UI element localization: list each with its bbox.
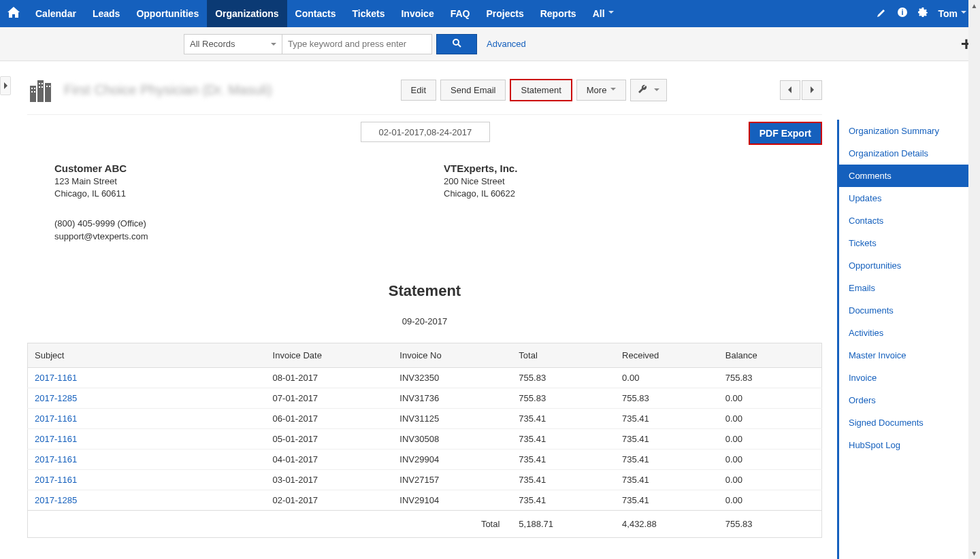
invoice-subject-link[interactable]: 2017-1161 [35, 413, 77, 424]
nav-item-projects[interactable]: Projects [478, 0, 532, 27]
svg-rect-7 [31, 88, 33, 89]
sidebar-item-tickets[interactable]: Tickets [839, 232, 980, 254]
home-icon[interactable] [0, 7, 27, 21]
more-button[interactable]: More [576, 80, 627, 101]
cell-no: INV30508 [393, 428, 512, 449]
cell-no: INV27157 [393, 469, 512, 490]
gear-icon[interactable] [917, 7, 928, 20]
scroll-up-icon[interactable]: ▲ [968, 0, 980, 12]
nav-item-opportunities[interactable]: Opportunities [128, 0, 207, 27]
invoice-subject-link[interactable]: 2017-1161 [35, 454, 77, 464]
scroll-down-icon[interactable]: ▼ [968, 547, 980, 559]
nav-item-leads[interactable]: Leads [84, 0, 128, 27]
nav-item-reports[interactable]: Reports [532, 0, 585, 27]
sidebar-item-comments[interactable]: Comments [839, 165, 980, 187]
detail-sidebar: Organization SummaryOrganization Details… [837, 120, 980, 559]
customer-email: support@vtexperts.com [54, 231, 822, 243]
nav-item-all[interactable]: All [585, 0, 622, 27]
cell-balance: 0.00 [719, 428, 822, 449]
statement-button[interactable]: Statement [510, 79, 572, 101]
cell-date: 08-01-2017 [266, 367, 393, 388]
info-icon[interactable]: i [897, 7, 908, 20]
nav-item-organizations[interactable]: Organizations [207, 0, 287, 27]
grand-received: 4,432.88 [615, 510, 719, 537]
sidebar-item-invoice[interactable]: Invoice [839, 367, 980, 389]
edit-button[interactable]: Edit [401, 80, 436, 101]
cell-date: 05-01-2017 [266, 428, 393, 449]
svg-rect-13 [39, 86, 40, 88]
company-name: VTExperts, Inc. [444, 161, 517, 175]
sidebar-item-orders[interactable]: Orders [839, 389, 980, 411]
sidebar-item-activities[interactable]: Activities [839, 322, 980, 344]
cell-balance: 0.00 [719, 449, 822, 469]
nav-item-invoice[interactable]: Invoice [393, 0, 442, 27]
header-actions: Edit Send Email Statement More [401, 79, 822, 101]
cell-date: 03-01-2017 [266, 469, 393, 490]
svg-rect-9 [31, 91, 33, 92]
sidebar-item-opportunities[interactable]: Opportunities [839, 254, 980, 277]
table-row: 2017-116105-01-2017INV30508735.41735.410… [28, 428, 822, 449]
sidebar-item-hubspot-log[interactable]: HubSpot Log [839, 434, 980, 456]
cell-date: 07-01-2017 [266, 388, 393, 408]
scrollbar[interactable]: ▲ ▼ [968, 0, 980, 559]
sidebar-item-organization-details[interactable]: Organization Details [839, 142, 980, 165]
cell-no: INV31736 [393, 388, 512, 408]
invoice-subject-link[interactable]: 2017-1285 [35, 393, 77, 403]
sidebar-item-organization-summary[interactable]: Organization Summary [839, 120, 980, 142]
cell-balance: 0.00 [719, 490, 822, 510]
cell-no: INV29104 [393, 490, 512, 510]
next-record-button[interactable] [802, 80, 822, 100]
date-range-input[interactable]: 02-01-2017,08-24-2017 [361, 122, 490, 142]
prev-record-button[interactable] [780, 80, 800, 100]
cell-balance: 755.83 [719, 367, 822, 388]
nav-item-contacts[interactable]: Contacts [287, 0, 344, 27]
grand-total: 5,188.71 [512, 510, 615, 537]
search-button[interactable] [436, 34, 477, 54]
nav-item-faq[interactable]: FAQ [442, 0, 478, 27]
cell-received: 735.41 [615, 408, 719, 428]
sidebar-item-documents[interactable]: Documents [839, 299, 980, 322]
record-title: First Choice Physician (Dr. Masuli) [64, 82, 272, 98]
table-row: 2017-116108-01-2017INV32350755.830.00755… [28, 367, 822, 388]
cell-received: 0.00 [615, 367, 719, 388]
cell-received: 755.83 [615, 388, 719, 408]
invoice-subject-link[interactable]: 2017-1161 [35, 475, 77, 485]
contact-info: (800) 405-9999 (Office) support@vtexpert… [27, 218, 822, 242]
cell-total: 735.41 [512, 449, 615, 469]
invoice-subject-link[interactable]: 2017-1161 [35, 373, 77, 383]
cell-balance: 0.00 [719, 469, 822, 490]
sidebar-item-signed-documents[interactable]: Signed Documents [839, 411, 980, 434]
addresses: Customer ABC 123 Main Street Chicago, IL… [27, 161, 822, 200]
invoice-subject-link[interactable]: 2017-1161 [35, 434, 77, 444]
svg-text:i: i [902, 8, 904, 16]
svg-rect-8 [34, 88, 35, 89]
search-scope-dropdown[interactable]: All Records [184, 34, 282, 54]
sidebar-item-master-invoice[interactable]: Master Invoice [839, 344, 980, 367]
svg-rect-15 [46, 86, 48, 87]
nav-item-calendar[interactable]: Calendar [27, 0, 84, 27]
sidebar-item-contacts[interactable]: Contacts [839, 209, 980, 232]
edit-pencil-icon[interactable] [877, 7, 887, 20]
cell-total: 755.83 [512, 367, 615, 388]
tools-button[interactable] [630, 79, 667, 101]
advanced-search-link[interactable]: Advanced [487, 39, 526, 49]
company-street: 200 Nice Street [444, 175, 517, 188]
search-input[interactable] [282, 34, 432, 54]
organization-icon [27, 76, 54, 103]
svg-rect-12 [42, 83, 43, 84]
cell-total: 735.41 [512, 408, 615, 428]
invoice-subject-link[interactable]: 2017-1285 [35, 495, 77, 505]
user-menu[interactable]: Tom [938, 8, 966, 19]
table-row: 2017-116104-01-2017INV29904735.41735.410… [28, 449, 822, 469]
svg-rect-11 [39, 83, 40, 84]
company-address: VTExperts, Inc. 200 Nice Street Chicago,… [425, 161, 517, 200]
cell-total: 735.41 [512, 469, 615, 490]
pdf-export-button[interactable]: PDF Export [749, 122, 822, 145]
col-invoice-no: Invoice No [393, 343, 512, 367]
send-email-button[interactable]: Send Email [440, 80, 506, 101]
record-pager [780, 80, 822, 100]
left-panel-toggle[interactable] [0, 76, 11, 95]
nav-item-tickets[interactable]: Tickets [344, 0, 393, 27]
sidebar-item-updates[interactable]: Updates [839, 187, 980, 209]
sidebar-item-emails[interactable]: Emails [839, 277, 980, 299]
